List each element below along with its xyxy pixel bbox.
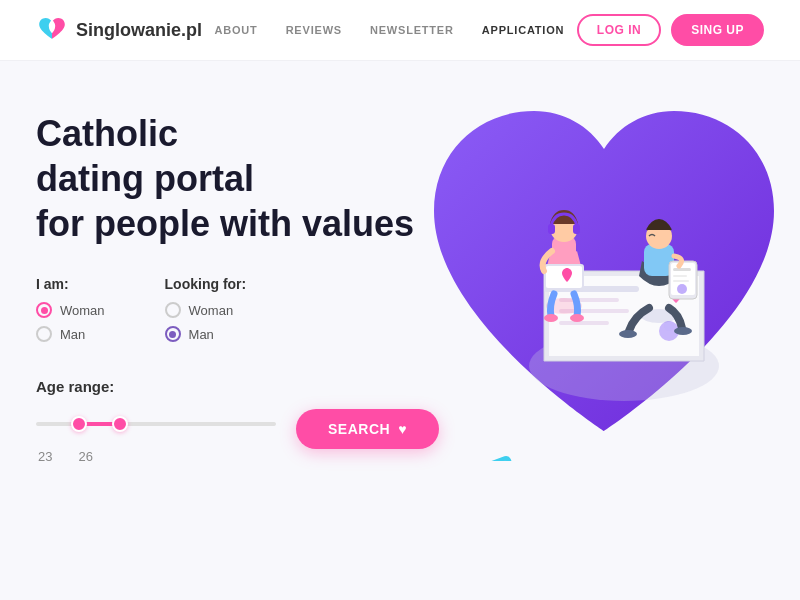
hero-line3: for people with values <box>36 203 414 244</box>
lookingfor-woman-label: Woman <box>189 303 234 318</box>
login-button[interactable]: LOG IN <box>577 14 661 46</box>
svg-rect-22 <box>673 275 687 277</box>
search-heart-icon: ♥ <box>398 421 407 437</box>
lookingfor-group: Looking for: Woman Man <box>165 276 247 350</box>
lookingfor-woman-option[interactable]: Woman <box>165 302 247 318</box>
iam-woman-option[interactable]: Woman <box>36 302 105 318</box>
right-panel <box>439 101 764 600</box>
age-slider[interactable] <box>36 421 276 427</box>
iam-label: I am: <box>36 276 105 292</box>
header: Singlowanie.pl ABOUT REVIEWS NEWSLETTER … <box>0 0 800 61</box>
svg-rect-10 <box>548 224 555 234</box>
svg-point-15 <box>570 314 584 322</box>
nav-reviews[interactable]: REVIEWS <box>286 24 342 36</box>
svg-rect-21 <box>673 268 691 271</box>
main-nav: ABOUT REVIEWS NEWSLETTER APPLICATION <box>215 24 565 36</box>
age-range-section: Age range: SEARCH ♥ 23 26 <box>36 378 439 464</box>
nav-about[interactable]: ABOUT <box>215 24 258 36</box>
iam-woman-radio[interactable] <box>36 302 52 318</box>
main-content: Catholic dating portal for people with v… <box>0 61 800 600</box>
auth-buttons: LOG IN SING UP <box>577 14 764 46</box>
age-values: 23 26 <box>36 449 439 464</box>
age-max-value: 26 <box>78 449 92 464</box>
nav-newsletter[interactable]: NEWSLETTER <box>370 24 454 36</box>
svg-point-14 <box>544 314 558 322</box>
svg-rect-11 <box>573 224 580 234</box>
svg-point-26 <box>674 327 692 335</box>
hero-line1: Catholic <box>36 113 178 154</box>
signup-button[interactable]: SING UP <box>671 14 764 46</box>
iam-man-option[interactable]: Man <box>36 326 105 342</box>
iam-man-label: Man <box>60 327 85 342</box>
logo-icon <box>36 16 68 44</box>
svg-point-25 <box>619 330 637 338</box>
svg-point-24 <box>677 284 687 294</box>
svg-rect-27 <box>464 455 520 461</box>
lookingfor-woman-radio[interactable] <box>165 302 181 318</box>
logo-text: Singlowanie.pl <box>76 20 202 41</box>
svg-rect-4 <box>559 321 609 325</box>
illustration <box>414 91 794 461</box>
search-label: SEARCH <box>328 421 390 437</box>
preference-form: I am: Woman Man Looking for: Woman <box>36 276 439 350</box>
svg-rect-23 <box>673 280 689 282</box>
lookingfor-man-radio[interactable] <box>165 326 181 342</box>
nav-application[interactable]: APPLICATION <box>482 24 565 36</box>
slider-thumb-min[interactable] <box>71 416 87 432</box>
lookingfor-man-option[interactable]: Man <box>165 326 247 342</box>
hero-title: Catholic dating portal for people with v… <box>36 111 439 246</box>
age-min-value: 23 <box>38 449 52 464</box>
lookingfor-label: Looking for: <box>165 276 247 292</box>
iam-man-radio[interactable] <box>36 326 52 342</box>
lookingfor-man-label: Man <box>189 327 214 342</box>
hero-line2: dating portal <box>36 158 254 199</box>
left-panel: Catholic dating portal for people with v… <box>36 101 439 600</box>
age-range-label: Age range: <box>36 378 439 395</box>
logo[interactable]: Singlowanie.pl <box>36 16 202 44</box>
iam-group: I am: Woman Man <box>36 276 105 350</box>
iam-woman-label: Woman <box>60 303 105 318</box>
slider-thumb-max[interactable] <box>112 416 128 432</box>
